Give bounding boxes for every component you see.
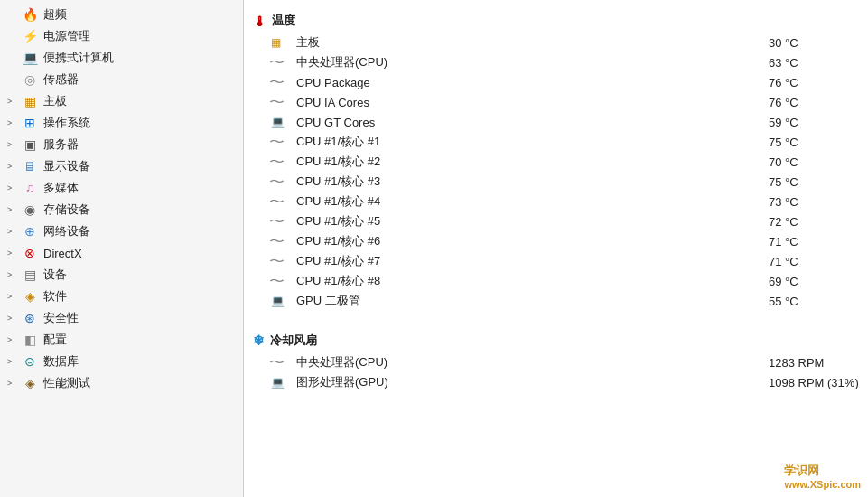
- row-icon: ▦: [271, 36, 291, 49]
- sidebar-icon-media: ♫: [20, 180, 40, 196]
- sidebar-item-sensor[interactable]: ◎ 传感器: [0, 69, 243, 90]
- table-row[interactable]: 💻 CPU GT Cores 59 °C: [244, 112, 868, 132]
- sidebar-icon-server: ▣: [20, 136, 40, 153]
- row-value: 75 °C: [769, 136, 859, 149]
- table-row[interactable]: 〜 CPU #1/核心 #4 73 °C: [244, 192, 868, 211]
- sidebar-arrow: >: [7, 205, 20, 214]
- sidebar-item-display[interactable]: > 🖥 显示设备: [0, 155, 243, 177]
- row-name: CPU IA Cores: [296, 96, 769, 109]
- row-name: CPU #1/核心 #8: [296, 273, 769, 289]
- row-icon: 〜: [271, 55, 291, 70]
- table-row[interactable]: 〜 中央处理器(CPU) 1283 RPM: [244, 352, 868, 372]
- sidebar-label-device: 设备: [43, 267, 67, 283]
- sidebar-label-server: 服务器: [43, 136, 79, 153]
- sidebar-item-media[interactable]: > ♫ 多媒体: [0, 177, 243, 199]
- sidebar-arrow: >: [7, 162, 20, 171]
- table-row[interactable]: 〜 CPU #1/核心 #3 75 °C: [244, 172, 868, 192]
- section-header-fan: ❄ 冷却风扇: [244, 327, 868, 352]
- row-value: 73 °C: [769, 195, 859, 209]
- row-name: CPU #1/核心 #3: [296, 173, 769, 190]
- sidebar-arrow: >: [7, 97, 20, 106]
- row-icon: 〜: [271, 95, 291, 110]
- watermark: 学识网 www.XSpic.com: [784, 463, 861, 490]
- row-name: 主板: [296, 34, 769, 51]
- sidebar-item-overclock[interactable]: 🔥 超频: [0, 4, 243, 25]
- main-content: 🌡 温度 ▦ 主板 30 °C 〜 中央处理器(CPU) 63 °C 〜 CPU…: [244, 0, 868, 497]
- row-name: 中央处理器(CPU): [296, 354, 769, 370]
- row-icon: 〜: [271, 75, 291, 90]
- table-row[interactable]: 〜 中央处理器(CPU) 63 °C: [244, 52, 868, 72]
- watermark-line2: www.XSpic.com: [784, 479, 861, 490]
- row-name: CPU Package: [296, 76, 769, 89]
- row-value: 71 °C: [769, 235, 859, 248]
- table-row[interactable]: 〜 CPU #1/核心 #1 75 °C: [244, 132, 868, 152]
- table-row[interactable]: 💻 图形处理器(GPU) 1098 RPM (31%): [244, 372, 868, 392]
- table-row[interactable]: ▦ 主板 30 °C: [244, 33, 868, 52]
- sidebar-item-config[interactable]: > ◧ 配置: [0, 329, 243, 351]
- row-icon: 💻: [271, 295, 291, 307]
- sidebar-arrow: >: [7, 248, 20, 258]
- sidebar-arrow: >: [7, 379, 20, 388]
- row-value: 55 °C: [769, 295, 859, 308]
- sidebar-label-display: 显示设备: [43, 158, 90, 174]
- row-value: 76 °C: [769, 76, 859, 89]
- sidebar-label-software: 软件: [43, 288, 67, 305]
- table-row[interactable]: 〜 CPU IA Cores 76 °C: [244, 92, 868, 112]
- row-icon: 〜: [271, 135, 291, 150]
- sidebar-icon-network: ⊕: [20, 223, 40, 239]
- section-title-temperature: 温度: [272, 13, 295, 29]
- row-value: 70 °C: [769, 155, 859, 169]
- section-icon-temperature: 🌡: [253, 14, 266, 29]
- row-name: CPU #1/核心 #2: [296, 154, 769, 170]
- sidebar: 🔥 超频 ⚡ 电源管理 💻 便携式计算机 ◎ 传感器 > ▦ 主板 > ⊞ 操作…: [0, 0, 244, 497]
- sidebar-icon-sensor: ◎: [20, 71, 40, 88]
- table-row[interactable]: 〜 CPU #1/核心 #2 70 °C: [244, 152, 868, 172]
- sidebar-item-device[interactable]: > ▤ 设备: [0, 264, 243, 286]
- sidebar-item-security[interactable]: > ⊛ 安全性: [0, 307, 243, 329]
- row-value: 59 °C: [769, 116, 859, 129]
- watermark-line1: 学识网: [784, 463, 861, 479]
- table-row[interactable]: 〜 CPU #1/核心 #6 71 °C: [244, 231, 868, 251]
- table-row[interactable]: 〜 CPU #1/核心 #7 71 °C: [244, 251, 868, 271]
- section-header-temperature: 🌡 温度: [244, 7, 868, 33]
- row-icon: 💻: [271, 376, 291, 389]
- sidebar-label-os: 操作系统: [43, 115, 90, 131]
- row-value: 71 °C: [769, 255, 859, 268]
- row-value: 72 °C: [769, 215, 859, 229]
- sidebar-icon-storage: ◉: [20, 202, 40, 218]
- sidebar-item-mobo[interactable]: > ▦ 主板: [0, 90, 243, 112]
- sidebar-label-database: 数据库: [43, 353, 79, 370]
- table-row[interactable]: 〜 CPU #1/核心 #8 69 °C: [244, 271, 868, 291]
- sidebar-item-network[interactable]: > ⊕ 网络设备: [0, 220, 243, 242]
- row-icon: 〜: [271, 355, 291, 370]
- section-separator: [244, 311, 868, 320]
- sidebar-item-directx[interactable]: > ⊗ DirectX: [0, 242, 243, 264]
- sidebar-label-security: 安全性: [43, 310, 79, 326]
- sidebar-item-perf[interactable]: > ◈ 性能测试: [0, 372, 243, 394]
- row-icon: 〜: [271, 155, 291, 170]
- sidebar-item-database[interactable]: > ⊜ 数据库: [0, 351, 243, 372]
- sidebar-item-laptop[interactable]: 💻 便携式计算机: [0, 47, 243, 69]
- row-name: CPU #1/核心 #7: [296, 253, 769, 269]
- sidebar-arrow: >: [7, 292, 20, 301]
- row-icon: 〜: [271, 174, 291, 190]
- sidebar-item-server[interactable]: > ▣ 服务器: [0, 134, 243, 155]
- sidebar-icon-config: ◧: [20, 332, 40, 348]
- row-name: GPU 二极管: [296, 293, 769, 309]
- sidebar-label-sensor: 传感器: [43, 71, 79, 88]
- row-name: CPU #1/核心 #1: [296, 134, 769, 150]
- row-icon: 〜: [271, 234, 291, 249]
- sidebar-item-software[interactable]: > ◈ 软件: [0, 286, 243, 307]
- table-row[interactable]: 〜 CPU #1/核心 #5 72 °C: [244, 211, 868, 231]
- row-value: 1098 RPM (31%): [769, 376, 859, 389]
- row-value: 63 °C: [769, 56, 859, 70]
- table-row[interactable]: 💻 GPU 二极管 55 °C: [244, 291, 868, 311]
- sidebar-icon-directx: ⊗: [20, 245, 40, 261]
- sidebar-item-os[interactable]: > ⊞ 操作系统: [0, 112, 243, 134]
- row-name: CPU #1/核心 #4: [296, 193, 769, 210]
- sidebar-label-network: 网络设备: [43, 223, 90, 239]
- sidebar-item-storage[interactable]: > ◉ 存储设备: [0, 199, 243, 220]
- sidebar-arrow: >: [7, 357, 20, 366]
- table-row[interactable]: 〜 CPU Package 76 °C: [244, 72, 868, 92]
- sidebar-item-power[interactable]: ⚡ 电源管理: [0, 25, 243, 47]
